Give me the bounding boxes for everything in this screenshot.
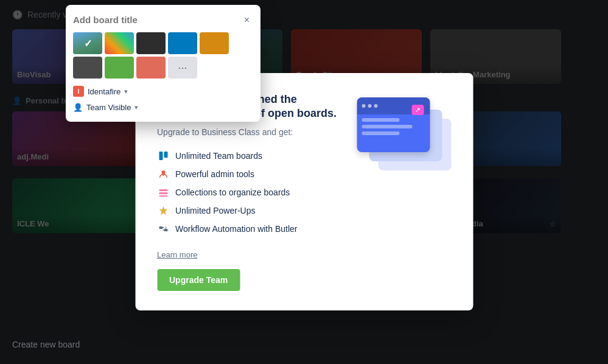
kanban-badge: ↗ bbox=[411, 105, 424, 115]
kanban-line bbox=[362, 131, 399, 135]
svg-point-2 bbox=[161, 170, 165, 174]
svg-rect-4 bbox=[159, 192, 167, 194]
color-swatch-salmon[interactable] bbox=[136, 57, 166, 79]
feature-text-powerups: Unlimited Power-Ups bbox=[175, 206, 255, 215]
popup-close-button[interactable]: × bbox=[240, 13, 253, 27]
visibility-chevron: ▾ bbox=[135, 103, 138, 111]
powerups-icon bbox=[157, 205, 169, 217]
color-swatch-landscape[interactable]: ✓ bbox=[73, 32, 102, 54]
boards-icon bbox=[157, 150, 169, 162]
visibility-label: Team Visible bbox=[86, 103, 131, 112]
workflow-icon bbox=[157, 223, 169, 235]
feature-item-powerups: Unlimited Power-Ups bbox=[157, 201, 341, 220]
board-creation-popup: × ✓ ··· I Identafire ▾ 👤 Team Visible ▾ bbox=[66, 5, 260, 122]
kanban-dot bbox=[362, 104, 365, 108]
svg-rect-0 bbox=[159, 152, 162, 160]
admin-icon bbox=[157, 168, 169, 180]
color-swatch-green[interactable] bbox=[105, 57, 134, 79]
feature-item-admin: Powerful admin tools bbox=[157, 165, 341, 183]
kanban-dot bbox=[368, 104, 371, 108]
modal-left-content: This Team has reached the maximum number… bbox=[157, 93, 341, 291]
modal-illustration: ↗ bbox=[354, 93, 451, 291]
svg-rect-3 bbox=[159, 189, 167, 191]
svg-marker-6 bbox=[159, 206, 167, 215]
color-swatch-dark[interactable] bbox=[136, 32, 166, 54]
workspace-icon: I bbox=[73, 86, 84, 97]
more-icon: ··· bbox=[178, 61, 187, 74]
feature-item-boards: Unlimited Team boards bbox=[157, 147, 341, 165]
color-swatch-orange[interactable] bbox=[200, 32, 229, 54]
workspace-selector[interactable]: I Identafire ▾ bbox=[73, 83, 253, 99]
workspace-chevron: ▾ bbox=[124, 88, 128, 96]
board-title-input[interactable] bbox=[73, 12, 240, 27]
collections-icon bbox=[157, 186, 169, 198]
modal-subtitle: Upgrade to Business Class and get: bbox=[157, 127, 341, 137]
close-icon: × bbox=[244, 15, 250, 25]
kanban-dot bbox=[374, 104, 377, 108]
color-swatch-colorful[interactable] bbox=[105, 32, 134, 54]
kanban-illustration: ↗ bbox=[357, 97, 448, 177]
upgrade-team-button[interactable]: Upgrade Team bbox=[157, 269, 240, 291]
feature-item-collections: Collections to organize boards bbox=[157, 183, 341, 201]
workspace-name: Identafire bbox=[88, 87, 121, 96]
svg-rect-8 bbox=[164, 229, 167, 231]
visibility-selector[interactable]: 👤 Team Visible ▾ bbox=[73, 100, 253, 114]
svg-rect-7 bbox=[159, 226, 162, 229]
color-swatch-blue[interactable] bbox=[168, 32, 197, 54]
team-icon: 👤 bbox=[73, 103, 83, 112]
popup-top-bar: × bbox=[73, 12, 253, 27]
feature-text-boards: Unlimited Team boards bbox=[175, 151, 262, 161]
feature-list: Unlimited Team boards Powerful admin too… bbox=[157, 147, 341, 238]
feature-text-collections: Collections to organize boards bbox=[175, 187, 290, 197]
feature-item-workflow: Workflow Automation with Butler bbox=[157, 220, 341, 238]
learn-more-link[interactable]: Learn more bbox=[157, 250, 341, 259]
kanban-line bbox=[362, 118, 399, 122]
kanban-card-main: ↗ bbox=[357, 97, 430, 152]
feature-text-admin: Powerful admin tools bbox=[175, 169, 254, 179]
kanban-lines bbox=[357, 114, 430, 139]
color-grid: ✓ ··· bbox=[73, 32, 253, 79]
svg-rect-5 bbox=[159, 195, 167, 197]
feature-text-workflow: Workflow Automation with Butler bbox=[175, 224, 298, 234]
kanban-line bbox=[362, 125, 412, 128]
svg-rect-1 bbox=[164, 152, 167, 158]
color-swatch-darkgray[interactable] bbox=[73, 57, 102, 79]
color-swatch-more[interactable]: ··· bbox=[168, 57, 197, 79]
